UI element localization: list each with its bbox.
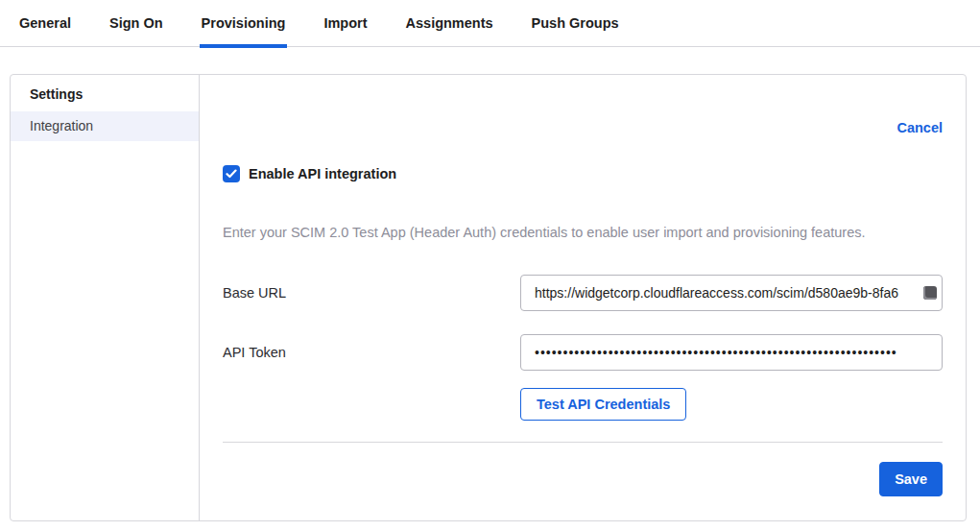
tab-provisioning[interactable]: Provisioning [200, 1, 288, 48]
cancel-row: Cancel [223, 120, 943, 135]
app-tab-bar: General Sign On Provisioning Import Assi… [0, 0, 980, 47]
credentials-description: Enter your SCIM 2.0 Test App (Header Aut… [223, 225, 943, 240]
api-token-label: API Token [223, 345, 520, 360]
checkmark-icon [226, 169, 237, 179]
enable-api-row: Enable API integration [223, 165, 943, 182]
enable-api-label: Enable API integration [249, 166, 396, 181]
save-row: Save [223, 462, 943, 496]
api-token-field-wrapper [520, 334, 943, 371]
base-url-label: Base URL [223, 285, 520, 301]
base-url-field-wrapper [520, 275, 943, 311]
api-token-input[interactable] [520, 334, 943, 371]
tab-import[interactable]: Import [322, 1, 369, 48]
save-button[interactable]: Save [879, 462, 943, 496]
test-api-credentials-button[interactable]: Test API Credentials [520, 388, 686, 421]
enable-api-checkbox[interactable] [223, 165, 240, 182]
text-cursor-icon [923, 286, 937, 300]
tab-push-groups[interactable]: Push Groups [530, 1, 621, 48]
sidebar-item-integration[interactable]: Integration [11, 111, 199, 141]
base-url-input[interactable] [520, 275, 943, 311]
settings-sidebar: Settings Integration [11, 75, 200, 520]
label-column-spacer [223, 388, 520, 421]
api-token-row: API Token [223, 334, 943, 371]
tab-general[interactable]: General [17, 1, 73, 48]
provisioning-panel: Settings Integration Cancel Enable API i… [10, 74, 967, 521]
integration-settings-content: Cancel Enable API integration Enter your… [200, 75, 966, 520]
test-credentials-row: Test API Credentials [223, 388, 943, 421]
cancel-link[interactable]: Cancel [896, 120, 943, 135]
sidebar-heading: Settings [11, 83, 199, 111]
footer-divider [223, 442, 943, 443]
tab-sign-on[interactable]: Sign On [108, 1, 165, 48]
tab-assignments[interactable]: Assignments [404, 1, 495, 48]
base-url-row: Base URL [223, 275, 943, 311]
